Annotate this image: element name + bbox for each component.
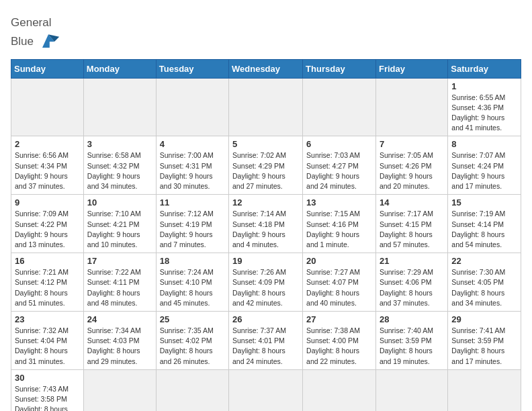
day-cell: 19Sunrise: 7:26 AM Sunset: 4:09 PM Dayli…	[229, 253, 303, 312]
day-number: 29	[451, 314, 517, 324]
page-header: General Blue	[11, 11, 521, 54]
day-cell: 5Sunrise: 7:02 AM Sunset: 4:29 PM Daylig…	[229, 136, 303, 195]
day-number: 27	[306, 314, 372, 324]
day-number: 28	[380, 314, 444, 324]
day-info: Sunrise: 7:05 AM Sunset: 4:26 PM Dayligh…	[380, 150, 444, 191]
day-cell: 18Sunrise: 7:24 AM Sunset: 4:10 PM Dayli…	[156, 253, 228, 312]
day-info: Sunrise: 7:10 AM Sunset: 4:21 PM Dayligh…	[87, 209, 152, 250]
day-info: Sunrise: 7:19 AM Sunset: 4:14 PM Dayligh…	[451, 209, 517, 250]
day-cell: 4Sunrise: 7:00 AM Sunset: 4:31 PM Daylig…	[156, 136, 228, 195]
day-cell: 12Sunrise: 7:14 AM Sunset: 4:18 PM Dayli…	[229, 195, 303, 253]
day-cell: 16Sunrise: 7:21 AM Sunset: 4:12 PM Dayli…	[11, 253, 84, 312]
week-row-5: 30Sunrise: 7:43 AM Sunset: 3:58 PM Dayli…	[11, 369, 521, 411]
day-cell	[229, 369, 303, 411]
day-info: Sunrise: 7:26 AM Sunset: 4:09 PM Dayligh…	[232, 267, 299, 308]
day-cell: 17Sunrise: 7:22 AM Sunset: 4:11 PM Dayli…	[83, 253, 156, 312]
day-number: 18	[160, 256, 225, 266]
day-cell: 1Sunrise: 6:55 AM Sunset: 4:36 PM Daylig…	[448, 78, 521, 136]
day-info: Sunrise: 7:21 AM Sunset: 4:12 PM Dayligh…	[15, 267, 80, 308]
day-number: 23	[15, 314, 80, 324]
day-info: Sunrise: 6:55 AM Sunset: 4:36 PM Dayligh…	[451, 93, 517, 134]
header-saturday: Saturday	[448, 59, 521, 78]
day-cell	[11, 78, 84, 136]
day-cell: 23Sunrise: 7:32 AM Sunset: 4:04 PM Dayli…	[11, 312, 84, 370]
day-cell: 13Sunrise: 7:15 AM Sunset: 4:16 PM Dayli…	[303, 195, 376, 253]
day-cell	[448, 369, 521, 411]
week-row-4: 23Sunrise: 7:32 AM Sunset: 4:04 PM Dayli…	[11, 312, 521, 370]
day-number: 13	[306, 197, 372, 208]
logo: General Blue	[11, 16, 60, 54]
day-number: 30	[15, 373, 80, 383]
day-number: 8	[451, 139, 517, 149]
day-number: 25	[160, 314, 225, 324]
day-number: 12	[232, 197, 299, 208]
week-row-2: 9Sunrise: 7:09 AM Sunset: 4:22 PM Daylig…	[11, 195, 521, 253]
day-info: Sunrise: 7:41 AM Sunset: 3:59 PM Dayligh…	[451, 326, 517, 367]
calendar-table: SundayMondayTuesdayWednesdayThursdayFrid…	[11, 59, 521, 411]
day-cell: 7Sunrise: 7:05 AM Sunset: 4:26 PM Daylig…	[375, 136, 447, 195]
day-cell: 10Sunrise: 7:10 AM Sunset: 4:21 PM Dayli…	[83, 195, 156, 253]
day-info: Sunrise: 7:24 AM Sunset: 4:10 PM Dayligh…	[160, 267, 225, 308]
day-number: 3	[87, 139, 152, 149]
day-info: Sunrise: 7:27 AM Sunset: 4:07 PM Dayligh…	[306, 267, 372, 308]
day-cell	[83, 78, 156, 136]
day-info: Sunrise: 7:34 AM Sunset: 4:03 PM Dayligh…	[87, 326, 152, 367]
day-cell	[303, 78, 376, 136]
day-cell: 6Sunrise: 7:03 AM Sunset: 4:27 PM Daylig…	[303, 136, 376, 195]
day-info: Sunrise: 7:30 AM Sunset: 4:05 PM Dayligh…	[451, 267, 517, 308]
header-thursday: Thursday	[303, 59, 376, 78]
header-wednesday: Wednesday	[229, 59, 303, 78]
day-number: 26	[232, 314, 299, 324]
day-number: 21	[380, 256, 444, 266]
day-number: 22	[451, 256, 517, 266]
day-info: Sunrise: 7:38 AM Sunset: 4:00 PM Dayligh…	[306, 326, 372, 367]
day-number: 5	[232, 139, 299, 149]
header-tuesday: Tuesday	[156, 59, 228, 78]
week-row-3: 16Sunrise: 7:21 AM Sunset: 4:12 PM Dayli…	[11, 253, 521, 312]
day-number: 15	[451, 197, 517, 208]
day-cell	[156, 369, 228, 411]
day-cell: 14Sunrise: 7:17 AM Sunset: 4:15 PM Dayli…	[375, 195, 447, 253]
day-number: 11	[160, 197, 225, 208]
day-cell	[156, 78, 228, 136]
day-info: Sunrise: 6:58 AM Sunset: 4:32 PM Dayligh…	[87, 150, 152, 191]
day-cell: 8Sunrise: 7:07 AM Sunset: 4:24 PM Daylig…	[448, 136, 521, 195]
day-number: 1	[451, 81, 517, 91]
day-cell: 9Sunrise: 7:09 AM Sunset: 4:22 PM Daylig…	[11, 195, 84, 253]
day-cell: 15Sunrise: 7:19 AM Sunset: 4:14 PM Dayli…	[448, 195, 521, 253]
day-info: Sunrise: 7:17 AM Sunset: 4:15 PM Dayligh…	[380, 209, 444, 250]
day-cell	[375, 78, 447, 136]
day-info: Sunrise: 7:29 AM Sunset: 4:06 PM Dayligh…	[380, 267, 444, 308]
day-number: 9	[15, 197, 80, 208]
header-sunday: Sunday	[11, 59, 84, 78]
day-info: Sunrise: 7:07 AM Sunset: 4:24 PM Dayligh…	[451, 150, 517, 191]
day-info: Sunrise: 7:35 AM Sunset: 4:02 PM Dayligh…	[160, 326, 225, 367]
day-number: 16	[15, 256, 80, 266]
day-number: 14	[380, 197, 444, 208]
day-info: Sunrise: 7:22 AM Sunset: 4:11 PM Dayligh…	[87, 267, 152, 308]
day-info: Sunrise: 7:40 AM Sunset: 3:59 PM Dayligh…	[380, 326, 444, 367]
day-info: Sunrise: 7:09 AM Sunset: 4:22 PM Dayligh…	[15, 209, 80, 250]
generalblue-logo-icon	[36, 30, 60, 54]
day-cell: 30Sunrise: 7:43 AM Sunset: 3:58 PM Dayli…	[11, 369, 84, 411]
day-cell	[303, 369, 376, 411]
week-row-1: 2Sunrise: 6:56 AM Sunset: 4:34 PM Daylig…	[11, 136, 521, 195]
header-monday: Monday	[83, 59, 156, 78]
day-info: Sunrise: 7:14 AM Sunset: 4:18 PM Dayligh…	[232, 209, 299, 250]
day-cell: 3Sunrise: 6:58 AM Sunset: 4:32 PM Daylig…	[83, 136, 156, 195]
day-info: Sunrise: 7:02 AM Sunset: 4:29 PM Dayligh…	[232, 150, 299, 191]
day-cell: 2Sunrise: 6:56 AM Sunset: 4:34 PM Daylig…	[11, 136, 84, 195]
day-info: Sunrise: 6:56 AM Sunset: 4:34 PM Dayligh…	[15, 150, 80, 191]
day-number: 4	[160, 139, 225, 149]
day-cell: 11Sunrise: 7:12 AM Sunset: 4:19 PM Dayli…	[156, 195, 228, 253]
day-cell	[375, 369, 447, 411]
day-cell: 24Sunrise: 7:34 AM Sunset: 4:03 PM Dayli…	[83, 312, 156, 370]
day-info: Sunrise: 7:15 AM Sunset: 4:16 PM Dayligh…	[306, 209, 372, 250]
day-number: 10	[87, 197, 152, 208]
day-cell: 28Sunrise: 7:40 AM Sunset: 3:59 PM Dayli…	[375, 312, 447, 370]
day-number: 19	[232, 256, 299, 266]
day-cell: 21Sunrise: 7:29 AM Sunset: 4:06 PM Dayli…	[375, 253, 447, 312]
week-row-0: 1Sunrise: 6:55 AM Sunset: 4:36 PM Daylig…	[11, 78, 521, 136]
day-cell: 29Sunrise: 7:41 AM Sunset: 3:59 PM Dayli…	[448, 312, 521, 370]
day-info: Sunrise: 7:12 AM Sunset: 4:19 PM Dayligh…	[160, 209, 225, 250]
